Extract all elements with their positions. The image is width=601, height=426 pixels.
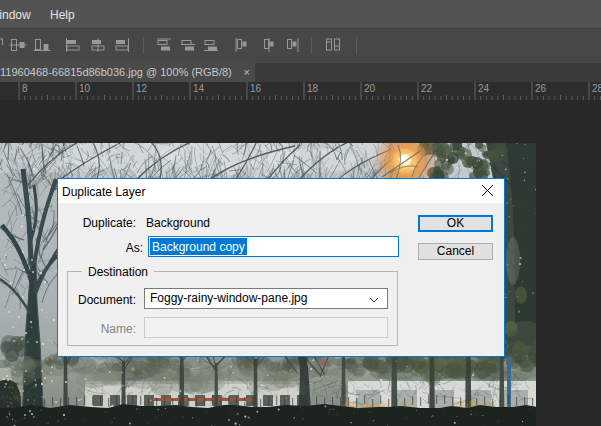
svg-text:26: 26 (535, 83, 547, 94)
svg-text:20: 20 (364, 83, 376, 94)
svg-text:28: 28 (592, 83, 601, 94)
svg-text:10: 10 (79, 83, 91, 94)
svg-text:22: 22 (421, 83, 433, 94)
svg-text:8: 8 (22, 83, 28, 94)
svg-text:12: 12 (136, 83, 148, 94)
svg-text:24: 24 (478, 83, 490, 94)
svg-text:16: 16 (250, 83, 262, 94)
svg-text:18: 18 (307, 83, 319, 94)
svg-text:14: 14 (193, 83, 205, 94)
